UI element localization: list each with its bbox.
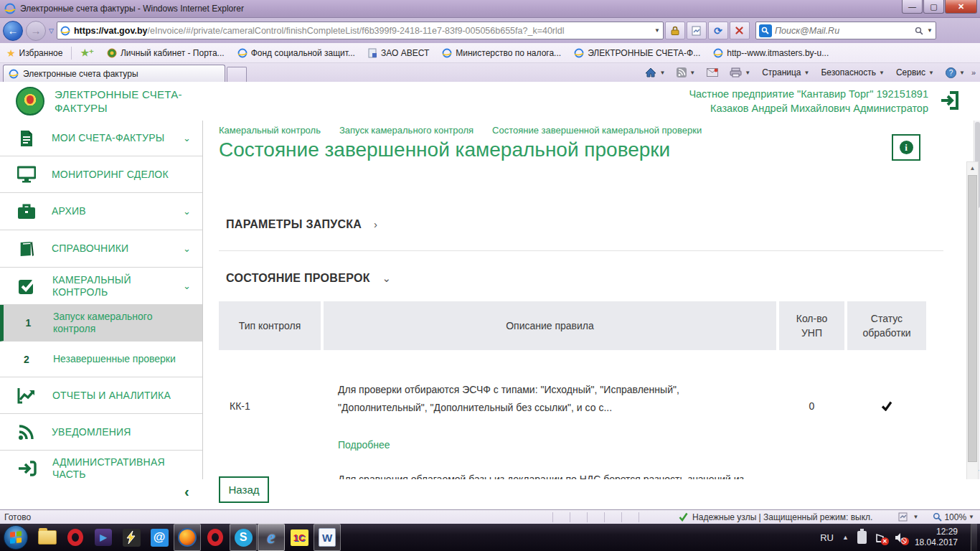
taskbar-ie-button[interactable]: e <box>258 524 285 551</box>
overflow-chevron-icon[interactable]: » <box>971 68 976 77</box>
favorite-link-4[interactable]: Министерство по налога... <box>435 45 567 61</box>
sidebar-collapse-icon[interactable]: ‹ <box>184 484 189 500</box>
favorite-link-1[interactable]: Личный кабинет - Порта... <box>100 45 231 61</box>
taskbar-mediaplayer-button[interactable]: ▶ <box>90 524 117 551</box>
forward-button[interactable]: → <box>26 21 46 41</box>
section-checks-state[interactable]: СОСТОЯНИЕ ПРОВЕРОК ⌄ <box>219 251 943 301</box>
scroll-up-icon[interactable]: ▲ <box>967 162 978 174</box>
address-dropdown-icon[interactable]: ▼ <box>654 27 660 34</box>
breadcrumb-link-1[interactable]: Камеральный контроль <box>219 125 321 136</box>
taskbar-firefox-button[interactable] <box>174 524 201 551</box>
add-favorite-button[interactable]: ★⁺ <box>74 45 100 61</box>
sidebar-item-admin[interactable]: АДМИНИСТРАТИВНАЯ ЧАСТЬ <box>0 451 202 479</box>
show-desktop-button[interactable] <box>971 524 977 551</box>
breadcrumb-link-3[interactable]: Состояние завершенной камеральной провер… <box>492 125 702 136</box>
favorites-button[interactable]: ★ Избранное <box>0 45 69 61</box>
minimize-button[interactable]: — <box>902 0 923 14</box>
sidebar-item-monitoring[interactable]: МОНИТОРИНГ СДЕЛОК <box>0 156 202 193</box>
back-page-button[interactable]: Назад <box>219 476 269 503</box>
taskbar: ▶ @ S e 1С W RU ▲ ✕ ⃠ 12:29 18.04.2017 <box>0 524 980 551</box>
page-scrollbar-thumb[interactable] <box>968 175 977 462</box>
sidebar-item-archive[interactable]: АРХИВ ⌄ <box>0 193 202 230</box>
section-launch-params[interactable]: ПАРАМЕТРЫ ЗАПУСКА › <box>219 200 943 251</box>
mail-button[interactable] <box>702 65 723 80</box>
favorite-label: http--www.itmasters.by-u... <box>727 48 829 58</box>
network-icon[interactable]: ✕ <box>875 532 886 543</box>
stop-icon[interactable] <box>730 22 750 39</box>
sidebar-subitem-unfinished-checks[interactable]: 2 Незавершенные проверки <box>0 342 202 377</box>
taskbar-explorer-button[interactable] <box>34 524 61 551</box>
compatibility-view-icon[interactable] <box>687 22 707 39</box>
back-button[interactable]: ← <box>3 21 23 41</box>
sidebar-item-cameral-control[interactable]: КАМЕРАЛЬНЫЙ КОНТРОЛЬ ⌄ <box>0 268 202 305</box>
compatibility-icon[interactable] <box>898 512 908 522</box>
taskbar-mailru-button[interactable]: @ <box>146 524 173 551</box>
print-button[interactable]: ▼ <box>725 65 755 80</box>
sidebar-item-notifications[interactable]: УВЕДОМЛЕНИЯ <box>0 414 202 451</box>
status-separators <box>552 512 639 522</box>
volume-icon[interactable]: ⃠ <box>895 532 906 543</box>
sidebar-subitem-run-cameral-control[interactable]: 1 Запуск камерального контроля <box>0 305 202 342</box>
column-header-control-type: Тип контроля <box>219 301 321 350</box>
sidebar-item-label: МОНИТОРИНГ СДЕЛОК <box>52 169 195 181</box>
taskbar-opera2-button[interactable] <box>202 524 229 551</box>
taskbar-opera-button[interactable] <box>62 524 89 551</box>
new-tab-button[interactable] <box>227 67 247 82</box>
favorite-link-3[interactable]: ЗАО АВЕСТ <box>362 45 435 61</box>
page-menu[interactable]: Страница▼ <box>757 65 814 80</box>
sidebar-item-my-invoices[interactable]: МОИ СЧЕТА-ФАКТУРЫ ⌄ <box>0 121 202 156</box>
close-button[interactable]: ✕ <box>945 0 977 14</box>
folder-icon <box>38 530 57 545</box>
search-dropdown-icon[interactable]: ▼ <box>927 27 933 34</box>
taskbar-skype-button[interactable]: S <box>230 524 257 551</box>
page-favicon-icon <box>60 25 70 37</box>
tab-bar: Электронные счета фактуры ▼ ▼ ▼ Страница… <box>0 63 980 82</box>
logout-button[interactable] <box>940 90 961 110</box>
home-button[interactable]: ▼ <box>640 65 670 80</box>
clock[interactable]: 12:29 18.04.2017 <box>915 527 962 548</box>
taskbar-word-button[interactable]: W <box>314 524 341 551</box>
cell-rule-description: Для проверки отбираются ЭСЧФ с типами: "… <box>324 357 776 454</box>
language-indicator[interactable]: RU <box>820 532 834 543</box>
search-input[interactable] <box>775 26 915 36</box>
firefox-icon <box>178 528 197 547</box>
zoom-control[interactable]: 100% ▼ <box>933 512 974 522</box>
sidebar-item-directories[interactable]: СПРАВОЧНИКИ ⌄ <box>0 230 202 268</box>
cell-rule-description: Для сравнения облагаемой базы из деклара… <box>324 462 776 479</box>
lock-icon[interactable] <box>665 22 685 39</box>
taskbar-winamp-button[interactable] <box>118 524 145 551</box>
security-menu[interactable]: Безопасность▼ <box>816 65 889 80</box>
favorite-link-5[interactable]: ЭЛЕКТРОННЫЕ СЧЕТА-Ф... <box>567 45 707 61</box>
home-icon <box>645 67 656 77</box>
refresh-icon[interactable]: ⟳ <box>708 22 728 39</box>
table-row: КК-1 Для проверки отбираются ЭСЧФ с типа… <box>219 350 926 449</box>
dropdown-icon[interactable]: ▼ <box>913 514 918 520</box>
details-link[interactable]: Подробнее <box>338 436 390 454</box>
url-host: https://vat.gov.by <box>74 26 148 36</box>
breadcrumb-link-2[interactable]: Запуск камерального контроля <box>339 125 473 136</box>
favorite-link-6[interactable]: http--www.itmasters.by-u... <box>707 45 835 61</box>
tray-expand-icon[interactable]: ▲ <box>842 534 849 541</box>
user-organization: Частное предприятие "Кантавир Торг" 1921… <box>689 87 928 101</box>
network-error-badge: ✕ <box>881 537 889 545</box>
search-box[interactable]: ▼ <box>755 22 936 39</box>
search-magnifier-icon[interactable] <box>915 27 923 35</box>
feeds-button[interactable]: ▼ <box>672 65 700 80</box>
start-button[interactable] <box>4 525 28 550</box>
tools-menu[interactable]: Сервис▼ <box>891 65 939 80</box>
sidebar-item-reports[interactable]: ОТЧЕТЫ И АНАЛИТИКА <box>0 377 202 414</box>
help-menu[interactable]: ?▼ <box>941 65 970 80</box>
favorite-link-2[interactable]: Фонд социальной защит... <box>231 45 362 61</box>
history-dropdown-icon[interactable]: ▽ <box>49 27 54 34</box>
tab-active[interactable]: Электронные счета фактуры <box>3 65 225 82</box>
breadcrumb: Камеральный контроль Запуск камерального… <box>204 121 966 136</box>
section-label: ПАРАМЕТРЫ ЗАПУСКА <box>226 218 362 230</box>
battery-icon[interactable] <box>857 531 867 544</box>
page-scrollbar[interactable]: ▲ <box>966 161 979 482</box>
info-button[interactable]: i <box>892 134 920 161</box>
taskbar-1c-button[interactable]: 1С <box>286 524 313 551</box>
page-menu-label: Страница <box>762 67 801 77</box>
maximize-button[interactable]: ▢ <box>923 0 944 14</box>
address-bar[interactable]: https://vat.gov.by/eInvoice/#/private/ca… <box>57 22 664 39</box>
tax-ministry-logo <box>16 87 44 116</box>
